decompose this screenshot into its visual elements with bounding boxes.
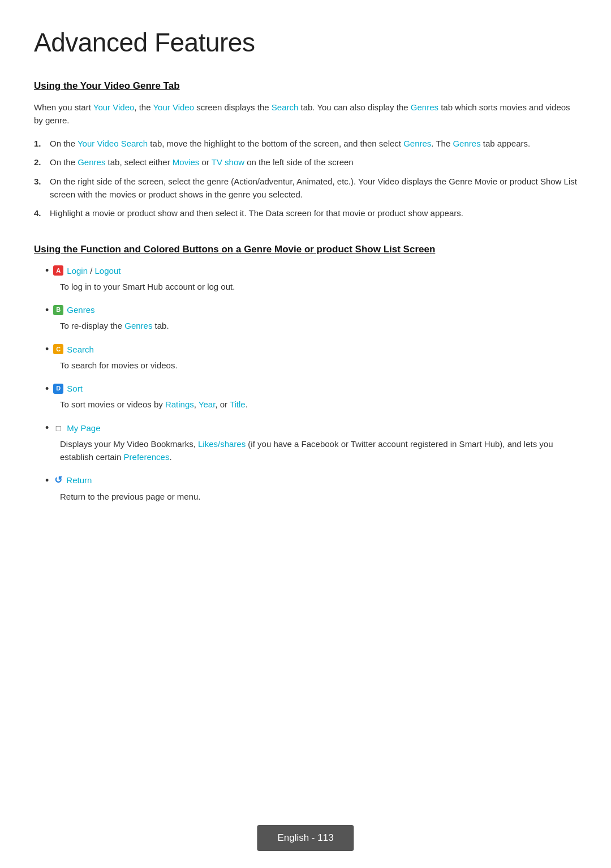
link-ratings: Ratings <box>165 399 194 409</box>
sep-login: / <box>88 264 95 277</box>
link-return-btn: Return <box>66 474 92 487</box>
page-content: Advanced Features Using the Your Video G… <box>0 0 611 570</box>
link-login: Login <box>67 264 88 277</box>
section2-heading: Using the Function and Colored Buttons o… <box>34 242 577 257</box>
page-title: Advanced Features <box>34 23 577 63</box>
badge-b: B <box>53 305 63 315</box>
link-genres-1: Genres <box>403 139 431 148</box>
sub-return: Return to the previous page or menu. <box>45 490 577 503</box>
button-list: • A Login / Logout To log in to your Sma… <box>34 264 577 503</box>
step-num-3: 3. <box>34 175 50 201</box>
section1: Using the Your Video Genre Tab When you … <box>34 79 577 220</box>
section1-heading: Using the Your Video Genre Tab <box>34 79 577 93</box>
bullet-row-mypage: • □ My Page <box>45 422 577 435</box>
link-year: Year <box>199 399 215 409</box>
sub-login: To log in to your Smart Hub account or l… <box>45 280 577 293</box>
link-genres-btn: Genres <box>67 303 94 316</box>
step-content-3: On the right side of the screen, select … <box>50 175 577 201</box>
badge-mypage: □ <box>53 423 63 433</box>
step-num-2: 2. <box>34 156 50 169</box>
sub-search: To search for movies or videos. <box>45 359 577 372</box>
link-movies: Movies <box>173 157 200 167</box>
link-preferences: Preferences <box>124 452 170 462</box>
bullet-row-sort: • D Sort <box>45 382 577 395</box>
step-3: 3. On the right side of the screen, sele… <box>34 175 577 201</box>
link-genres-intro: Genres <box>411 102 438 112</box>
badge-a: A <box>53 265 63 276</box>
bullet-dot-return: • <box>45 475 49 485</box>
footer-text: English - 113 <box>277 832 333 843</box>
step-1: 1. On the Your Video Search tab, move th… <box>34 137 577 150</box>
link-genres-2: Genres <box>453 139 480 148</box>
link-mypage-btn: My Page <box>67 422 100 435</box>
step-content-1: On the Your Video Search tab, move the h… <box>50 137 577 150</box>
badge-c: C <box>53 344 63 354</box>
list-item-search: • C Search To search for movies or video… <box>45 343 577 372</box>
section2: Using the Function and Colored Buttons o… <box>34 242 577 503</box>
badge-return: ↺ <box>53 475 63 485</box>
bullet-dot-genres: • <box>45 305 49 315</box>
bullet-row-search: • C Search <box>45 343 577 356</box>
link-tv-show: TV show <box>212 157 244 167</box>
step-4: 4. Highlight a movie or product show and… <box>34 207 577 220</box>
list-item-return: • ↺ Return Return to the previous page o… <box>45 474 577 503</box>
bullet-dot-search: • <box>45 344 49 354</box>
link-likes-shares: Likes/shares <box>198 439 246 449</box>
sub-mypage: Displays your My Video Bookmarks, Likes/… <box>45 437 577 464</box>
link-sort-btn: Sort <box>67 382 83 395</box>
link-title: Title <box>230 399 246 409</box>
link-search: Search <box>272 102 299 112</box>
link-genres-sub: Genres <box>124 321 152 330</box>
badge-d: D <box>53 384 63 394</box>
bullet-dot-login: • <box>45 265 49 276</box>
intro-paragraph: When you start Your Video, the Your Vide… <box>34 101 577 127</box>
link-search-btn: Search <box>67 343 94 356</box>
bullet-dot-mypage: • <box>45 423 49 433</box>
link-logout: Logout <box>95 264 121 277</box>
step-num-4: 4. <box>34 207 50 220</box>
step-2: 2. On the Genres tab, select either Movi… <box>34 156 577 169</box>
sub-genres: To re-display the Genres tab. <box>45 319 577 332</box>
link-your-video-search: Your Video Search <box>78 139 148 148</box>
bullet-row-genres: • B Genres <box>45 303 577 316</box>
link-your-video-1: Your Video <box>93 102 135 112</box>
bullet-row-return: • ↺ Return <box>45 474 577 487</box>
bullet-dot-sort: • <box>45 384 49 394</box>
step-content-4: Highlight a movie or product show and th… <box>50 207 577 220</box>
numbered-steps: 1. On the Your Video Search tab, move th… <box>34 137 577 220</box>
list-item-sort: • D Sort To sort movies or videos by Rat… <box>45 382 577 411</box>
bullet-row-login: • A Login / Logout <box>45 264 577 277</box>
list-item-mypage: • □ My Page Displays your My Video Bookm… <box>45 422 577 464</box>
list-item-genres: • B Genres To re-display the Genres tab. <box>45 303 577 333</box>
step-num-1: 1. <box>34 137 50 150</box>
footer-bar: English - 113 <box>257 825 354 851</box>
list-item-login: • A Login / Logout To log in to your Sma… <box>45 264 577 294</box>
link-your-video-2: Your Video <box>153 102 194 112</box>
sub-sort: To sort movies or videos by Ratings, Yea… <box>45 398 577 411</box>
link-genres-3: Genres <box>78 157 105 167</box>
step-content-2: On the Genres tab, select either Movies … <box>50 156 577 169</box>
